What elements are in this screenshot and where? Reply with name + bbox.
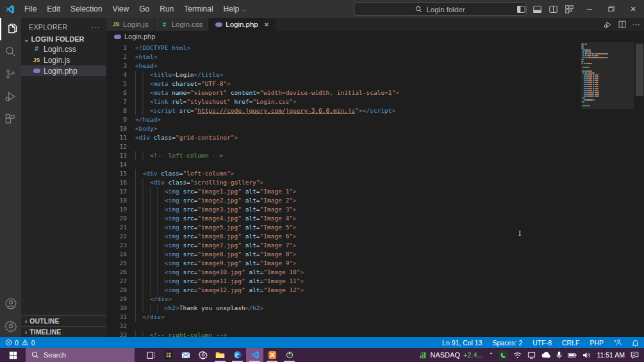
line-number: 12 <box>106 142 127 151</box>
history-nav: ← → <box>223 0 247 18</box>
run-code-icon[interactable] <box>604 21 612 29</box>
activity-run-debug-icon[interactable] <box>0 85 21 108</box>
explorer-more-actions-icon[interactable]: ··· <box>92 23 101 31</box>
tab-login-php[interactable]: Login.php✕ <box>209 18 276 31</box>
wifi-icon[interactable] <box>513 352 522 359</box>
editor-actions: ··· <box>604 18 640 31</box>
menu-view[interactable]: View <box>107 0 134 18</box>
start-button[interactable] <box>0 348 26 362</box>
task-view-icon <box>147 351 156 359</box>
taskbar-app-store[interactable] <box>160 348 177 362</box>
file-item-login-js[interactable]: JSLogin.js <box>21 54 106 65</box>
taskbar-app-mail[interactable] <box>177 348 194 362</box>
microphone-icon[interactable] <box>556 351 562 359</box>
restore-button[interactable] <box>600 0 622 18</box>
back-arrow-icon[interactable]: ← <box>223 4 231 14</box>
menu-go[interactable]: Go <box>134 0 154 18</box>
menu-selection[interactable]: Selection <box>65 0 107 18</box>
cast-device-icon[interactable] <box>527 352 536 359</box>
minimap[interactable] <box>581 44 634 107</box>
line-number: 28 <box>106 286 127 295</box>
breadcrumb[interactable]: Login.php <box>106 31 644 42</box>
file-item-login-php[interactable]: Login.php <box>21 65 106 76</box>
scrollbar-thumb[interactable] <box>636 44 643 96</box>
tab-login-js[interactable]: JSLogin.js <box>106 18 155 31</box>
minimize-button[interactable]: ─ <box>579 0 600 18</box>
activity-account-icon[interactable] <box>0 292 21 315</box>
code-line: 25 <img src="image9.jpg" alt="Image 9"> <box>106 259 580 268</box>
status-crlf[interactable]: CRLF <box>562 339 579 347</box>
battery-icon[interactable] <box>568 352 577 358</box>
toggle-sidebar-icon[interactable] <box>517 5 525 13</box>
timeline-section[interactable]: › TIMELINE <box>21 326 106 337</box>
toggle-panel-icon[interactable] <box>533 5 541 13</box>
menu-terminal[interactable]: Terminal <box>179 0 218 18</box>
status-utf-8[interactable]: UTF-8 <box>533 339 552 347</box>
tab-login-css[interactable]: #Login.css <box>155 18 210 31</box>
code-line: 17 <img src="image1.jpg" alt="Image 1"> <box>106 187 580 196</box>
taskbar-app-settings[interactable] <box>194 348 211 362</box>
code-line: 33 <!-- right-column --> <box>106 331 580 337</box>
line-number: 29 <box>106 295 127 304</box>
line-number: 33 <box>106 331 127 337</box>
notifications-bell-icon[interactable] <box>632 339 639 347</box>
php-file-icon <box>215 21 222 28</box>
status-spaces[interactable]: Spaces: 2 <box>493 339 523 347</box>
menu-edit[interactable]: Edit <box>42 0 65 18</box>
line-number: 6 <box>106 88 127 97</box>
menu-run[interactable]: Run <box>154 0 179 18</box>
taskbar-app-vscode[interactable] <box>246 348 263 362</box>
search-icon <box>415 6 422 13</box>
js-file-icon: JS <box>112 21 120 28</box>
vertical-scrollbar[interactable] <box>635 42 644 337</box>
code-line: 30 <h2>Thank you unsplash</h2> <box>106 304 580 313</box>
menu-file[interactable]: File <box>19 0 42 18</box>
taskbar-app-task-view[interactable] <box>142 348 160 362</box>
close-window-button[interactable]: ✕ <box>622 0 644 18</box>
activity-source-control-icon[interactable] <box>0 63 21 85</box>
activity-bar <box>0 18 21 337</box>
toggle-secondary-sidebar-icon[interactable] <box>549 5 557 13</box>
taskbar-app-obs[interactable] <box>281 348 298 362</box>
tray-expand-icon[interactable]: ⌃ <box>489 352 494 358</box>
taskbar-search-input[interactable]: Search <box>26 348 135 362</box>
phone-link-icon[interactable] <box>499 351 508 359</box>
code-line: 23 <img src="image7.jpg" alt="Image 7"> <box>106 241 580 250</box>
news-widget[interactable]: NASDAQ +2.4... <box>419 351 483 359</box>
activity-search-icon[interactable] <box>0 40 21 63</box>
split-editor-icon[interactable] <box>618 21 626 28</box>
title-bar: FileEditSelectionViewGoRunTerminalHelp ←… <box>0 0 644 18</box>
window-controls: ─ ✕ <box>579 0 644 18</box>
forward-arrow-icon[interactable]: → <box>239 4 247 14</box>
clock[interactable]: 11:51 AM <box>597 351 625 359</box>
close-tab-icon[interactable]: ✕ <box>264 21 269 28</box>
line-number: 32 <box>106 322 127 331</box>
feedback-icon[interactable] <box>614 339 622 346</box>
customize-layout-icon[interactable] <box>565 5 574 13</box>
code-editor[interactable]: 1<!DOCTYPE html>2<html>3<head>4 <title>L… <box>106 42 644 337</box>
activity-explorer-icon[interactable] <box>0 18 21 40</box>
more-actions-icon[interactable]: ··· <box>632 20 640 29</box>
taskbar-app-edge[interactable] <box>229 348 246 362</box>
code-line: 9</head> <box>106 115 580 124</box>
activity-extensions-icon[interactable] <box>0 108 21 130</box>
onedrive-cloud-icon[interactable] <box>541 352 550 358</box>
line-number: 30 <box>106 304 127 313</box>
taskbar-app-file-explorer[interactable] <box>211 348 229 362</box>
problems-indicator[interactable]: 0 0 <box>5 339 35 347</box>
menu-bar: FileEditSelectionViewGoRunTerminalHelp <box>19 0 244 18</box>
status-php[interactable]: PHP <box>590 339 604 347</box>
explorer-title: EXPLORER <box>29 23 67 31</box>
search-input[interactable]: Login folder <box>354 3 527 16</box>
notification-center-icon[interactable] <box>631 351 639 359</box>
folder-login-folder[interactable]: ⌄ LOGIN FOLDER <box>21 35 106 44</box>
file-item-login-css[interactable]: #Login.css <box>21 44 106 54</box>
status-ln[interactable]: Ln 91, Col 13 <box>442 339 482 347</box>
outline-section[interactable]: › OUTLINE <box>21 315 106 326</box>
taskbar-app-xampp[interactable] <box>263 348 281 362</box>
line-number: 21 <box>106 223 127 232</box>
volume-icon[interactable] <box>582 352 591 359</box>
php-file-icon <box>114 35 121 39</box>
activity-settings-icon[interactable] <box>0 315 21 337</box>
code-line: 1<!DOCTYPE html> <box>106 44 580 53</box>
